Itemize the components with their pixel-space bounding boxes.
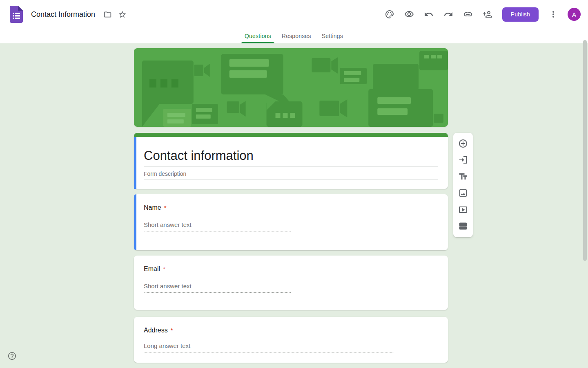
form-title-input[interactable]: Contact information xyxy=(144,148,438,167)
star-icon[interactable] xyxy=(116,9,128,20)
question-card-name[interactable]: Name * Short answer text xyxy=(134,194,448,250)
redo-icon[interactable] xyxy=(443,9,454,20)
add-section-icon[interactable] xyxy=(458,221,468,231)
required-asterisk: * xyxy=(171,327,173,333)
link-icon[interactable] xyxy=(463,9,473,20)
publish-button[interactable]: Publish xyxy=(502,7,539,22)
undo-icon[interactable] xyxy=(424,9,434,20)
help-icon[interactable] xyxy=(7,351,17,361)
add-video-icon[interactable] xyxy=(458,205,468,215)
tab-bar: Questions Responses Settings xyxy=(239,29,348,43)
palette-icon[interactable] xyxy=(385,9,395,20)
selection-indicator xyxy=(134,194,136,250)
short-answer-placeholder: Short answer text xyxy=(144,283,291,293)
more-vert-icon[interactable] xyxy=(548,9,558,20)
form-description-input[interactable]: Form description xyxy=(144,171,438,180)
theme-color-bar xyxy=(134,133,448,137)
required-asterisk: * xyxy=(163,265,165,272)
account-avatar[interactable]: A xyxy=(568,8,581,21)
header-actions: Publish A xyxy=(385,0,581,29)
question-card-email[interactable]: Email * Short answer text xyxy=(134,256,448,310)
app-header: Contact Information xyxy=(0,0,588,43)
add-question-icon[interactable] xyxy=(458,139,468,148)
required-asterisk: * xyxy=(164,204,167,211)
question-label: Name xyxy=(144,204,161,211)
person-add-icon[interactable] xyxy=(483,9,493,20)
long-answer-placeholder: Long answer text xyxy=(144,342,394,352)
import-questions-icon[interactable] xyxy=(458,155,468,165)
tab-responses[interactable]: Responses xyxy=(276,29,316,43)
form-header-banner-image xyxy=(134,48,448,127)
selection-indicator xyxy=(134,137,136,189)
question-toolbar xyxy=(453,133,473,237)
folder-icon[interactable] xyxy=(102,9,113,20)
header-top-row: Contact Information xyxy=(0,0,588,29)
question-label: Address xyxy=(144,327,168,334)
short-answer-placeholder: Short answer text xyxy=(144,221,291,231)
document-title[interactable]: Contact Information xyxy=(31,10,95,19)
form-title-card[interactable]: Contact information Form description xyxy=(134,133,448,189)
forms-logo[interactable] xyxy=(9,5,24,23)
question-label: Email xyxy=(144,265,160,273)
add-image-icon[interactable] xyxy=(458,188,468,198)
question-card-address[interactable]: Address * Long answer text xyxy=(134,317,448,363)
add-title-description-icon[interactable] xyxy=(458,172,468,182)
tab-questions[interactable]: Questions xyxy=(239,29,276,43)
tab-settings[interactable]: Settings xyxy=(316,29,348,43)
vertical-scrollbar[interactable] xyxy=(583,40,587,261)
form-editor-column: Contact information Form description Nam… xyxy=(134,48,448,363)
preview-eye-icon[interactable] xyxy=(404,9,414,20)
